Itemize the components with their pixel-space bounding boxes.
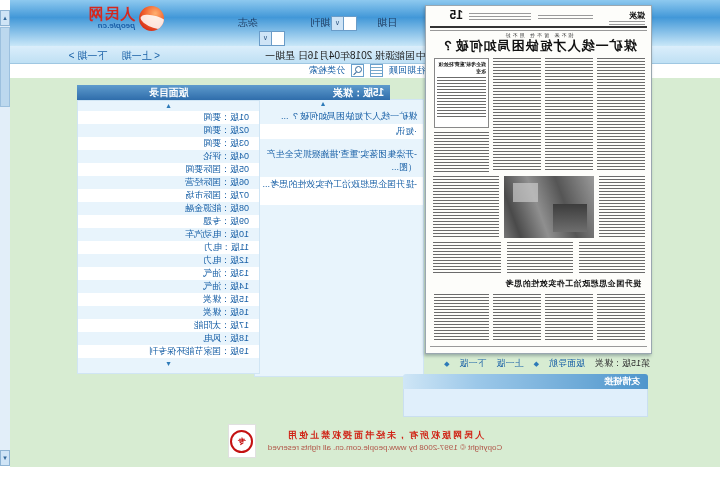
toc-item[interactable]: 05版：国际要闻	[78, 163, 259, 176]
body-text-column	[493, 294, 541, 342]
newspaper-headline: 煤矿一线人才短缺困局如何破？	[432, 38, 645, 53]
calendar-icon[interactable]	[370, 64, 383, 77]
friendly-links-body[interactable]	[403, 389, 648, 417]
journal-dropdown[interactable]	[259, 31, 285, 46]
toc-item[interactable]: 03版：要闻	[78, 137, 259, 150]
page-nav-link[interactable]: 版面导航	[549, 357, 585, 370]
mid-page-headline: 提升国企思想政治工作实效性的思考	[491, 278, 641, 289]
news-photo	[504, 176, 594, 238]
toc-item[interactable]: 02版：要闻	[78, 124, 259, 137]
article-item[interactable]: 煤矿一线人才短缺困局如何破？ ...	[257, 109, 423, 124]
toc-item[interactable]: 04版：评论	[78, 150, 259, 163]
selector-label-date: 日期	[377, 16, 397, 29]
bottom-rule	[430, 346, 647, 347]
toc-item[interactable]: 11版：电力	[78, 241, 259, 254]
masthead-center-text	[538, 15, 593, 19]
masthead-rule	[430, 26, 647, 28]
next-issue-link[interactable]: 下一期 >	[69, 49, 108, 63]
body-text-column	[434, 132, 489, 172]
scroll-up-button[interactable]: ▲	[0, 10, 10, 26]
mirrored-page: 人民网 people.cn 日期 期刊 杂志 中国能源报 2018年04月16日…	[0, 0, 720, 481]
toc-scroll-down-icon[interactable]: ▼	[77, 360, 260, 368]
article-item[interactable]: -开滦集团落实'重查'措施狠抓安全生产（图...	[257, 147, 423, 175]
logo-text-cn: 人民网	[87, 6, 135, 21]
photo-caption-text	[433, 176, 499, 238]
diamond-icon: ◆	[444, 357, 449, 370]
article-panel-title: 15版：煤炭	[256, 85, 390, 100]
back-issues-link[interactable]: 往期回顾	[389, 64, 425, 77]
masthead-rule-thin	[430, 30, 647, 31]
masthead-right-text	[469, 13, 531, 22]
toc-item[interactable]: 08版：能源金融	[78, 202, 259, 215]
search-icon[interactable]	[351, 64, 364, 77]
body-text-column	[597, 58, 645, 172]
friendly-links-title: 友情链接	[403, 374, 648, 389]
selector-label-magazine: 杂志	[238, 16, 258, 29]
bottom-margin	[0, 467, 720, 481]
toc-item[interactable]: 16版：煤炭	[78, 306, 259, 319]
body-text-column	[493, 58, 541, 172]
toc-item[interactable]: 10版：电动汽车	[78, 228, 259, 241]
footer: 人民网版权所有，未经书面授权禁止使用 Copyright © 1997-2008…	[10, 424, 720, 458]
footer-copyright-en: Copyright © 1997-2008 by www.people.com.…	[268, 442, 502, 454]
body-text-column	[579, 242, 645, 274]
page-nav-row: 第15版：煤炭 版面导航 ◆ 上一版 下一版 ◆	[444, 357, 650, 370]
paper-date: 中国能源报 2018年04月16日 星期一	[265, 49, 425, 63]
newspaper-section-name: 煤炭	[629, 11, 645, 20]
newspaper-page-image[interactable]: 煤炭 15 招不来 留不住 用不好 煤矿一线人才短缺困局如何破？ 煤企考核'重费…	[425, 5, 652, 354]
toc-scroll-up-icon[interactable]: ▲	[77, 102, 260, 110]
toc-item[interactable]: 01版：要闻	[78, 111, 259, 124]
next-page-link[interactable]: 下一版	[460, 357, 487, 370]
boxed-article-heading: 煤企考核'重费'轻效须改变	[437, 61, 486, 75]
body-text-column	[433, 242, 501, 274]
newspaper-page-number: 15	[450, 9, 463, 22]
toc-item[interactable]: 17版：太阳能	[78, 319, 259, 332]
toc-item[interactable]: 15版：煤炭	[78, 293, 259, 306]
footer-copyright-cn: 人民网版权所有，未经书面授权禁止使用	[268, 429, 502, 442]
category-search-link[interactable]: 分类检索	[309, 64, 345, 77]
toc-item[interactable]: 14版：油气	[78, 280, 259, 293]
browser-viewport: 人民网 people.cn 日期 期刊 杂志 中国能源报 2018年04月16日…	[0, 0, 720, 481]
toc-item[interactable]: 13版：油气	[78, 267, 259, 280]
toc-item[interactable]: 19版：国家节能环保专刊	[78, 345, 259, 358]
logo-globe-icon	[139, 6, 164, 31]
current-page-label: 第15版：煤炭	[595, 357, 650, 370]
license-seal-icon: 专	[228, 424, 256, 458]
article-item[interactable]: ·短讯	[257, 124, 423, 139]
scroll-down-button[interactable]: ▼	[0, 450, 10, 466]
logo-text-en: people.cn	[87, 21, 135, 30]
body-text-column	[599, 176, 645, 238]
toc-item[interactable]: 18版：风电	[78, 332, 259, 345]
prev-issue-link[interactable]: < 上一期	[121, 49, 160, 63]
date-dropdown[interactable]	[331, 16, 357, 31]
body-text-column	[597, 294, 645, 342]
body-text-column	[434, 294, 489, 342]
toc-item[interactable]: 12版：电力	[78, 254, 259, 267]
body-text-column	[507, 242, 573, 274]
boxed-article-text	[437, 77, 486, 117]
body-text-column	[545, 294, 593, 342]
selector-label-journal: 期刊	[310, 16, 330, 29]
article-list-scroll-up-icon[interactable]: ▲	[256, 100, 390, 108]
toc-item[interactable]: 06版：国际经营	[78, 176, 259, 189]
body-text-column	[545, 58, 593, 172]
boxed-article: 煤企考核'重费'轻效须改变	[434, 58, 489, 128]
toc-item[interactable]: 09版：专题	[78, 215, 259, 228]
toc-item[interactable]: 07版：国际市场	[78, 189, 259, 202]
scrollbar-thumb[interactable]	[0, 27, 10, 107]
people-cn-logo[interactable]: 人民网 people.cn	[87, 6, 164, 31]
prev-page-link[interactable]: 上一版	[497, 357, 524, 370]
seal-ring: 专	[230, 430, 253, 453]
article-item[interactable]: -提升国企思想政治工作实效性的思考...	[257, 177, 423, 205]
diamond-icon: ◆	[534, 357, 539, 370]
toc-panel-title: 版面目录	[77, 85, 260, 100]
